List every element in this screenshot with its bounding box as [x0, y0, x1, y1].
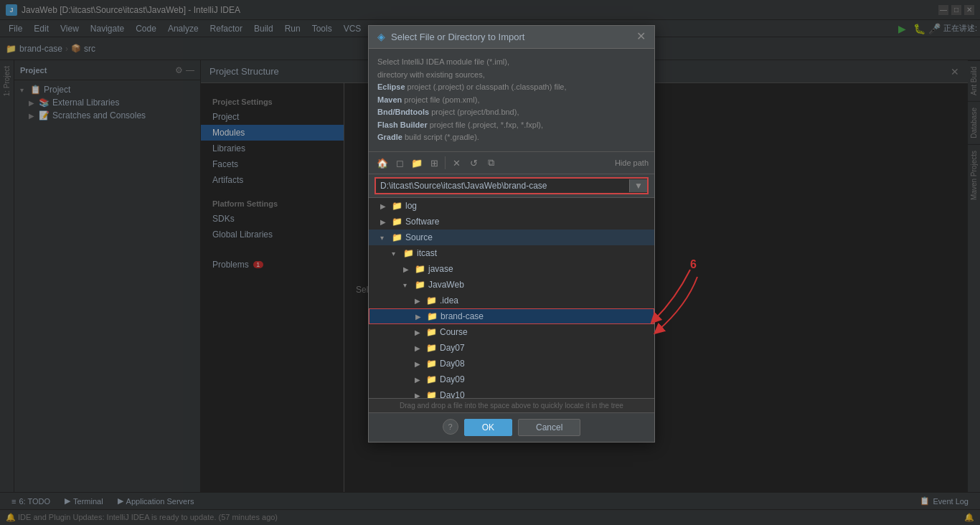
arrow-javase: ▶: [403, 265, 412, 273]
path-input[interactable]: [376, 179, 629, 193]
arrow-svg: 6: [647, 255, 748, 341]
tree-item-javase[interactable]: ▶ 📁 javase: [369, 261, 654, 277]
desc-line5-rest: project (project/bnd.bnd),: [429, 108, 519, 116]
desc-line6: Flash Builder project file (.project, *.…: [377, 119, 646, 132]
desktop-button[interactable]: ◻: [392, 155, 407, 171]
arrow-day08: ▶: [415, 360, 423, 368]
folder-icon-javase: 📁: [415, 264, 425, 274]
desc-line3: Eclipse project (.project) or classpath …: [377, 81, 646, 94]
tree-item-itcast[interactable]: ▾ 📁 itcast: [369, 245, 654, 261]
file-dialog-title-text: Select File or Directory to Import: [391, 32, 524, 42]
new-folder-button[interactable]: ⊞: [426, 155, 442, 171]
desc-line7-rest: build script (*.gradle).: [402, 133, 479, 141]
tree-item-day09[interactable]: ▶ 📁 Day09: [369, 372, 654, 387]
desc-line3-rest: project (.project) or classpath (.classp…: [405, 82, 567, 91]
tree-item-course[interactable]: ▶ 📁 Course: [369, 324, 654, 340]
copy-button[interactable]: ⧉: [483, 155, 499, 171]
arrow-idea: ▶: [415, 297, 423, 305]
file-dialog-hint: Drag and drop a file into the space abov…: [369, 399, 654, 413]
tree-label-day08: Day08: [440, 359, 465, 369]
tree-item-source[interactable]: ▾ 📁 Source: [369, 230, 654, 245]
folder-icon-software: 📁: [392, 217, 402, 227]
file-dialog-description: Select IntelliJ IDEA module file (*.iml)…: [369, 49, 654, 152]
arrow-log: ▶: [380, 202, 389, 210]
folder-icon-day10: 📁: [426, 390, 437, 399]
arrow-javaweb: ▾: [403, 281, 412, 289]
folder-icon-javaweb: 📁: [415, 280, 425, 290]
tree-label-source: Source: [405, 232, 433, 242]
refresh-button[interactable]: ↺: [466, 155, 481, 171]
file-dialog-cancel-button[interactable]: Cancel: [518, 419, 580, 436]
desc-line1: Select IntelliJ IDEA module file (*.iml)…: [377, 56, 646, 69]
tree-item-javaweb[interactable]: ▾ 📁 JavaWeb: [369, 277, 654, 293]
desc-line2: directory with existing sources,: [377, 69, 646, 82]
hide-path-label[interactable]: Hide path: [615, 159, 649, 167]
arrow-source: ▾: [380, 234, 389, 242]
folder-icon-brand-case: 📁: [427, 311, 438, 321]
arrow-day07: ▶: [415, 344, 423, 352]
arrow-day09: ▶: [415, 376, 423, 384]
help-button[interactable]: ?: [443, 419, 458, 435]
tree-item-brand-case[interactable]: ▶ 📁 brand-case: [369, 308, 654, 324]
tree-label-day09: Day09: [440, 374, 465, 384]
idea-icon: ◈: [377, 31, 385, 42]
desc-line4: Maven project file (pom.xml),: [377, 94, 646, 107]
file-dialog-title: ◈ Select File or Directory to Import: [377, 31, 524, 42]
tree-label-idea: .idea: [440, 295, 458, 306]
file-dialog: ◈ Select File or Directory to Import ✕ S…: [368, 25, 655, 443]
tree-item-log[interactable]: ▶ 📁 log: [369, 198, 654, 214]
tree-item-day08[interactable]: ▶ 📁 Day08: [369, 356, 654, 372]
folder-icon-log: 📁: [392, 201, 402, 211]
file-dialog-footer: ? OK Cancel: [369, 413, 654, 442]
maven-bold: Maven: [377, 95, 402, 104]
tree-label-brand-case: brand-case: [440, 311, 484, 321]
tree-item-software[interactable]: ▶ 📁 Software: [369, 214, 654, 230]
toolbar-separator: [445, 156, 446, 169]
file-dialog-header: ◈ Select File or Directory to Import ✕: [369, 26, 654, 49]
tree-label-javaweb: JavaWeb: [428, 280, 464, 290]
desc-line7: Gradle build script (*.gradle).: [377, 131, 646, 144]
delete-button[interactable]: ✕: [448, 155, 464, 171]
eclipse-bold: Eclipse: [377, 82, 405, 91]
gradle-bold: Gradle: [377, 133, 402, 141]
tree-label-log: log: [405, 201, 417, 211]
folder-icon-day07: 📁: [426, 343, 437, 353]
tree-label-course: Course: [440, 327, 468, 337]
tree-label-itcast: itcast: [417, 248, 437, 258]
folder-icon-course: 📁: [426, 327, 437, 337]
folder-icon-idea: 📁: [426, 295, 437, 306]
folder-icon-day08: 📁: [426, 359, 437, 369]
tree-label-javase: javase: [428, 264, 453, 274]
annotation-container: 6: [647, 255, 748, 344]
tree-item-day10[interactable]: ▶ 📁 Day10: [369, 387, 654, 399]
desc-line4-rest: project file (pom.xml),: [402, 95, 479, 104]
tree-label-day07: Day07: [440, 343, 465, 353]
home-button[interactable]: 🏠: [374, 155, 390, 171]
file-dialog-toolbar: 🏠 ◻ 📁 ⊞ ✕ ↺ ⧉ Hide path: [369, 152, 654, 174]
tree-label-software: Software: [405, 217, 439, 227]
tree-label-day10: Day10: [440, 390, 465, 399]
arrow-brand-case: ▶: [415, 313, 424, 321]
folder-icon-day09: 📁: [426, 374, 437, 384]
file-dialog-close-button[interactable]: ✕: [636, 31, 646, 42]
folder-icon-source: 📁: [392, 232, 402, 242]
open-folder-button[interactable]: 📁: [409, 155, 425, 171]
desc-line6-rest: project file (.project, *.fxp, *.fxpl),: [428, 120, 543, 129]
flash-bold: Flash Builder: [377, 120, 428, 129]
arrow-course: ▶: [415, 328, 423, 336]
bnd-bold: Bnd/Bndtools: [377, 108, 429, 116]
arrow-software: ▶: [380, 218, 389, 226]
file-dialog-tree[interactable]: ▶ 📁 log ▶ 📁 Software ▾ 📁 Source ▾ 📁 itca…: [369, 198, 654, 399]
file-dialog-path: ▼: [369, 174, 654, 198]
arrow-itcast: ▾: [392, 250, 400, 257]
desc-line5: Bnd/Bndtools project (project/bnd.bnd),: [377, 106, 646, 119]
path-browse-button[interactable]: ▼: [629, 179, 647, 192]
tree-item-day07[interactable]: ▶ 📁 Day07: [369, 340, 654, 356]
modal-overlay: ◈ Select File or Directory to Import ✕ S…: [0, 0, 980, 525]
arrow-day10: ▶: [415, 392, 423, 399]
path-input-wrapper: ▼: [374, 177, 649, 194]
annotation-number: 6: [690, 258, 697, 270]
file-dialog-ok-button[interactable]: OK: [464, 419, 512, 436]
tree-item-idea[interactable]: ▶ 📁 .idea: [369, 293, 654, 308]
folder-icon-itcast: 📁: [403, 248, 414, 258]
